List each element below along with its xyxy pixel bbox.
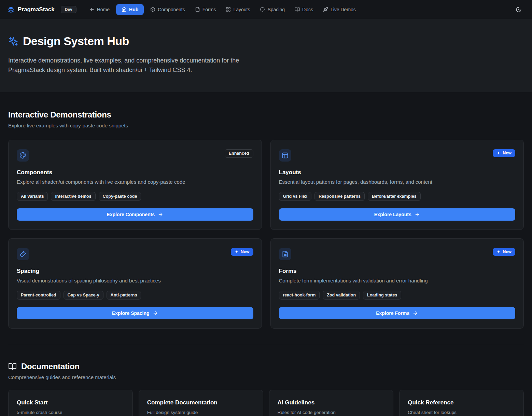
nav-item-components[interactable]: Components — [147, 4, 188, 15]
tag: All variants — [17, 192, 48, 201]
card-title: Forms — [279, 268, 516, 275]
file-icon — [195, 7, 200, 12]
tag: Loading states — [363, 291, 401, 300]
card-description: Essential layout patterns for pages, das… — [279, 179, 516, 185]
demo-card-components: Enhanced Components Explore all shadcn/u… — [8, 140, 262, 230]
tag: Anti-patterns — [107, 291, 141, 300]
card-description: Explore all shadcn/ui components with li… — [17, 179, 253, 185]
nav-item-label: Docs — [302, 7, 313, 12]
env-badge: Dev — [61, 6, 76, 13]
nav-item-label: Layouts — [233, 7, 250, 12]
nav-item-forms[interactable]: Forms — [192, 4, 220, 15]
book-open-icon — [8, 362, 17, 371]
brand[interactable]: PragmaStack Dev — [8, 6, 76, 13]
sparkle-icon — [496, 250, 501, 254]
tag: Responsive patterns — [314, 192, 365, 201]
nav-item-label: Forms — [202, 7, 216, 12]
explore-button-label: Explore Forms — [376, 310, 409, 316]
box-icon — [150, 7, 155, 12]
tag: Grid vs Flex — [279, 192, 312, 201]
hero: Design System Hub Interactive demonstrat… — [0, 19, 532, 92]
tag: Interactive demos — [51, 192, 95, 201]
enhanced-badge: Enhanced — [225, 149, 253, 158]
new-badge: New — [231, 248, 253, 256]
tag-row: Parent-controlled Gap vs Space-y Anti-pa… — [17, 291, 253, 300]
tag: Gap vs Space-y — [64, 291, 103, 300]
house-icon — [122, 7, 127, 12]
arrow-left-icon — [89, 7, 95, 12]
card-description: Visual demonstrations of spacing philoso… — [17, 278, 253, 283]
file-text-icon — [279, 248, 291, 260]
tag-row: Grid vs Flex Responsive patterns Before/… — [279, 192, 516, 201]
new-badge: New — [493, 149, 515, 157]
layout-grid-icon — [226, 7, 231, 12]
explore-components-button[interactable]: Explore Components — [17, 208, 253, 221]
explore-layouts-button[interactable]: Explore Layouts — [279, 208, 516, 221]
page-description: Interactive demonstrations, live example… — [8, 56, 264, 75]
moon-icon — [516, 6, 522, 13]
explore-spacing-button[interactable]: Explore Spacing — [17, 307, 253, 319]
nav-item-live-demos[interactable]: Live Demos — [320, 4, 359, 15]
doc-card-complete-documentation[interactable]: Complete Documentation Full design syste… — [139, 390, 263, 416]
documentation-section: Documentation Comprehensive guides and r… — [0, 360, 532, 416]
new-badge: New — [493, 248, 515, 256]
tag: Parent-controlled — [17, 291, 60, 300]
doc-card-description: Full design system guide — [147, 410, 255, 415]
explore-forms-button[interactable]: Explore Forms — [279, 307, 516, 319]
ruler-icon — [17, 248, 29, 260]
explore-button-label: Explore Spacing — [112, 310, 150, 316]
nav-item-hub[interactable]: Hub — [116, 4, 144, 15]
top-navbar: PragmaStack Dev Home Hub Components Fo — [0, 0, 532, 19]
section-divider — [8, 344, 524, 344]
demos-heading: Interactive Demonstrations — [8, 110, 524, 120]
doc-card-description: Cheat sheet for lookups — [408, 410, 515, 415]
theme-toggle-button[interactable] — [513, 4, 524, 15]
new-badge-label: New — [503, 151, 512, 156]
nav-item-label: Hub — [129, 7, 138, 12]
demos-section: Interactive Demonstrations Explore live … — [0, 92, 532, 329]
circle-icon — [260, 7, 265, 12]
sparkle-icon — [235, 250, 239, 254]
nav-item-spacing[interactable]: Spacing — [256, 4, 288, 15]
demo-card-grid: Enhanced Components Explore all shadcn/u… — [8, 140, 524, 329]
demos-subheading: Explore live examples with copy-paste co… — [8, 123, 524, 128]
arrow-right-icon — [415, 212, 420, 217]
nav-item-label: Components — [158, 7, 185, 12]
doc-card-description: Rules for AI code generation — [278, 410, 385, 415]
page-title: Design System Hub — [23, 34, 129, 48]
arrow-right-icon — [153, 310, 158, 316]
explore-button-label: Explore Layouts — [374, 212, 411, 217]
layers-icon — [8, 6, 14, 13]
card-title: Spacing — [17, 268, 253, 275]
demo-card-layouts: New Layouts Essential layout patterns fo… — [270, 140, 524, 230]
doc-card-ai-guidelines[interactable]: AI Guidelines Rules for AI code generati… — [269, 390, 394, 416]
doc-card-grid: Quick Start 5-minute crash course Comple… — [8, 390, 524, 416]
nav-item-layouts[interactable]: Layouts — [222, 4, 253, 15]
documentation-subheading: Comprehensive guides and reference mater… — [8, 374, 524, 380]
tag: Copy-paste code — [99, 192, 141, 201]
tag: react-hook-form — [279, 291, 320, 300]
rocket-icon — [323, 7, 328, 12]
doc-card-quick-reference[interactable]: Quick Reference Cheat sheet for lookups — [399, 390, 524, 416]
sparkles-icon — [8, 36, 18, 46]
card-description: Complete form implementations with valid… — [279, 278, 516, 283]
nav-item-home[interactable]: Home — [86, 4, 113, 15]
palette-icon — [17, 149, 29, 162]
new-badge-label: New — [503, 249, 512, 254]
doc-card-title: Complete Documentation — [147, 399, 255, 406]
tag-row: react-hook-form Zod validation Loading s… — [279, 291, 516, 300]
nav-item-label: Home — [97, 7, 110, 12]
new-badge-label: New — [241, 249, 250, 254]
demo-card-spacing: New Spacing Visual demonstrations of spa… — [8, 238, 262, 329]
doc-card-title: Quick Reference — [408, 399, 515, 406]
nav-items: Home Hub Components Forms Layouts — [86, 4, 359, 15]
tag-row: All variants Interactive demos Copy-past… — [17, 192, 253, 201]
doc-card-quick-start[interactable]: Quick Start 5-minute crash course — [8, 390, 133, 416]
documentation-heading: Documentation — [21, 362, 80, 371]
nav-item-docs[interactable]: Docs — [291, 4, 317, 15]
tag: Zod validation — [323, 291, 360, 300]
doc-card-description: 5-minute crash course — [17, 410, 124, 415]
doc-card-title: Quick Start — [17, 399, 124, 406]
tag: Before/after examples — [368, 192, 421, 201]
card-title: Layouts — [279, 169, 516, 176]
